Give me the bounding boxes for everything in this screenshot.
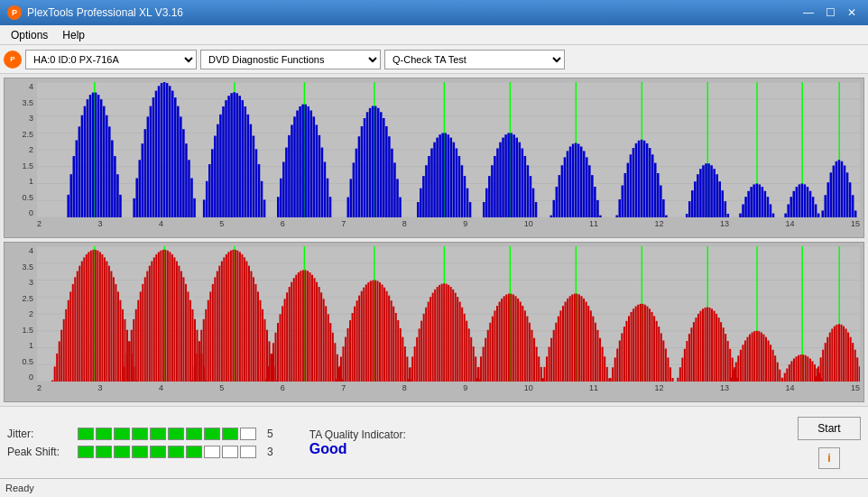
chart-top: 4 3.5 3 2.5 2 1.5 1 0.5 0 2 3 4 5 6 7 8 … <box>4 78 864 238</box>
jitter-indicator <box>78 428 256 440</box>
chart-bottom-inner <box>37 246 860 382</box>
indicator-cell-3 <box>132 428 148 440</box>
chart-area: 4 3.5 3 2.5 2 1.5 1 0.5 0 2 3 4 5 6 7 8 … <box>0 74 868 406</box>
peak-shift-indicator <box>78 446 256 458</box>
start-section: Start i <box>798 417 861 469</box>
window-title: PlexTools Professional XL V3.16 <box>27 6 183 19</box>
peak-shift-value: 3 <box>267 446 273 458</box>
indicator-cell-7 <box>204 446 220 458</box>
indicator-cell-4 <box>150 446 166 458</box>
title-bar: P PlexTools Professional XL V3.16 — ☐ ✕ <box>0 0 868 25</box>
maximize-button[interactable]: ☐ <box>821 5 839 20</box>
chart-top-inner <box>37 82 860 217</box>
indicator-cell-4 <box>150 428 166 440</box>
chart-top-y-axis: 4 3.5 3 2.5 2 1.5 1 0.5 0 <box>5 82 37 217</box>
chart-bottom-y-axis: 4 3.5 3 2.5 2 1.5 1 0.5 0 <box>5 246 37 382</box>
ta-label: TA Quality Indicator: <box>309 428 406 441</box>
chart-bottom-canvas <box>37 246 860 382</box>
jitter-row: Jitter: 5 <box>7 428 273 440</box>
test-dropdown[interactable]: Q-Check TA Test <box>384 50 565 69</box>
drive-icon: P <box>4 51 22 69</box>
indicator-cell-6 <box>186 446 202 458</box>
chart-bottom: 4 3.5 3 2.5 2 1.5 1 0.5 0 2 3 4 5 6 7 8 … <box>4 242 864 402</box>
status-text: Ready <box>5 483 34 493</box>
indicator-cell-1 <box>96 446 112 458</box>
peak-shift-label: Peak Shift: <box>7 446 70 458</box>
chart-bottom-x-axis: 2 3 4 5 6 7 8 9 10 11 12 13 14 15 <box>37 382 860 401</box>
indicator-cell-0 <box>78 428 94 440</box>
chart-top-canvas <box>37 82 860 217</box>
bottom-panel: Jitter: 5 Peak Shift: 3 TA Quality Indic… <box>0 406 868 478</box>
close-button[interactable]: ✕ <box>843 5 861 20</box>
indicator-cell-8 <box>222 428 238 440</box>
info-button[interactable]: i <box>818 447 840 469</box>
window-controls: — ☐ ✕ <box>799 5 861 20</box>
indicator-cell-0 <box>78 446 94 458</box>
indicator-cell-7 <box>204 428 220 440</box>
indicator-cell-9 <box>240 446 256 458</box>
indicator-cell-1 <box>96 428 112 440</box>
indicator-cell-8 <box>222 446 238 458</box>
drive-select-group: P HA:0 ID:0 PX-716A <box>4 50 197 69</box>
function-dropdown[interactable]: DVD Diagnostic Functions <box>200 50 381 69</box>
metrics-section: Jitter: 5 Peak Shift: 3 <box>7 428 273 458</box>
minimize-button[interactable]: — <box>799 5 817 20</box>
toolbar: P HA:0 ID:0 PX-716A DVD Diagnostic Funct… <box>0 45 868 74</box>
indicator-cell-2 <box>114 428 130 440</box>
chart-top-x-axis: 2 3 4 5 6 7 8 9 10 11 12 13 14 15 <box>37 217 860 237</box>
indicator-cell-6 <box>186 428 202 440</box>
indicator-cell-9 <box>240 428 256 440</box>
jitter-label: Jitter: <box>7 428 70 440</box>
status-bar: Ready <box>0 478 868 496</box>
indicator-cell-2 <box>114 446 130 458</box>
jitter-value: 5 <box>267 428 273 440</box>
drive-dropdown[interactable]: HA:0 ID:0 PX-716A <box>25 50 197 69</box>
menu-options[interactable]: Options <box>4 27 55 43</box>
ta-value: Good <box>309 441 347 457</box>
app-icon: P <box>7 5 22 20</box>
menu-bar: Options Help <box>0 25 868 45</box>
menu-help[interactable]: Help <box>55 27 92 43</box>
ta-section: TA Quality Indicator: Good <box>273 428 454 457</box>
indicator-cell-5 <box>168 428 184 440</box>
start-button[interactable]: Start <box>798 417 861 440</box>
indicator-cell-3 <box>132 446 148 458</box>
peak-shift-row: Peak Shift: 3 <box>7 446 273 458</box>
indicator-cell-5 <box>168 446 184 458</box>
